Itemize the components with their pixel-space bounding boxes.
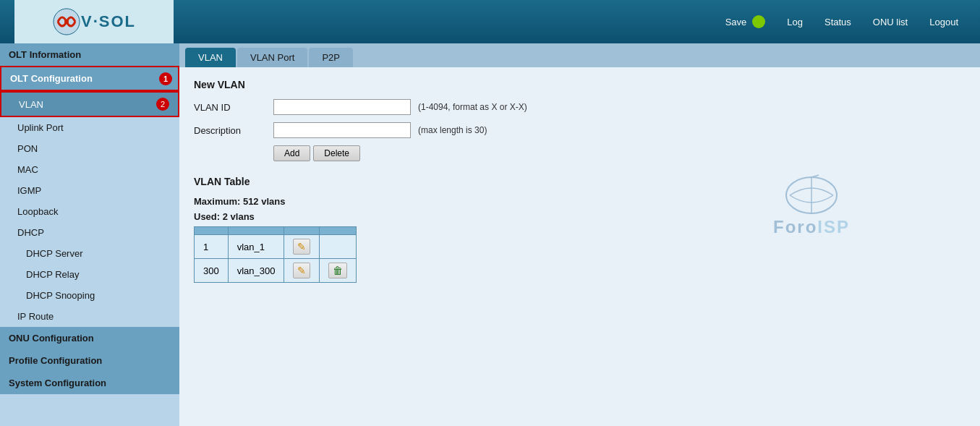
col-delete <box>320 227 357 235</box>
sidebar-item-pon[interactable]: PON <box>0 138 179 159</box>
tab-p2p[interactable]: P2P <box>309 48 353 67</box>
sidebar-item-uplink-port[interactable]: Uplink Port <box>0 117 179 138</box>
delete-icon[interactable]: 🗑 <box>328 263 347 278</box>
edit-icon[interactable]: ✎ <box>293 239 310 255</box>
log-button[interactable]: Log <box>787 17 803 27</box>
sidebar-item-system-config[interactable]: System Configuration <box>0 372 179 394</box>
sidebar-item-dhcp-server[interactable]: DHCP Server <box>0 243 179 264</box>
description-input[interactable] <box>273 122 411 138</box>
save-area: Save <box>725 15 766 28</box>
sidebar-item-igmp[interactable]: IGMP <box>0 180 179 201</box>
description-label: Description <box>194 125 266 136</box>
table-row: 1vlan_1✎ <box>195 235 357 259</box>
col-edit <box>284 227 320 235</box>
description-cell: vlan_300 <box>228 259 284 283</box>
vlan-id-label: VLAN ID <box>194 102 266 113</box>
status-button[interactable]: Status <box>825 17 851 27</box>
onu-list-button[interactable]: ONU list <box>873 17 908 27</box>
delete-cell: 🗑 <box>320 259 357 283</box>
sidebar-item-vlan[interactable]: VLAN 2 <box>0 91 179 117</box>
sidebar-item-loopback[interactable]: Loopback <box>0 201 179 222</box>
table-row: 300vlan_300✎🗑 <box>195 259 357 283</box>
save-button[interactable]: Save <box>725 17 747 27</box>
logo-text: V·SOL <box>81 12 136 31</box>
sidebar-item-ip-route[interactable]: IP Route <box>0 306 179 327</box>
tab-vlan-port[interactable]: VLAN Port <box>237 48 307 67</box>
sidebar-item-dhcp-snooping[interactable]: DHCP Snooping <box>0 285 179 306</box>
sidebar-item-mac[interactable]: MAC <box>0 159 179 180</box>
vlan-id-cell: 300 <box>195 259 229 283</box>
vlan-table: 1vlan_1✎300vlan_300✎🗑 <box>194 226 357 283</box>
logo-area: V·SOL <box>14 0 174 43</box>
sidebar-item-onu-config[interactable]: ONU Configuration <box>0 327 179 349</box>
watermark: ForoISP <box>773 174 850 237</box>
edit-icon[interactable]: ✎ <box>293 263 310 278</box>
new-vlan-title: New VLAN <box>194 79 966 90</box>
logout-button[interactable]: Logout <box>929 17 958 27</box>
sidebar-item-profile-config[interactable]: Profile Configuration <box>0 349 179 372</box>
tabs: VLAN VLAN Port P2P <box>179 43 980 67</box>
edit-cell: ✎ <box>284 259 320 283</box>
vlan-id-hint: (1-4094, format as X or X-X) <box>418 102 527 112</box>
vlan-badge: 2 <box>156 98 169 111</box>
edit-cell: ✎ <box>284 235 320 259</box>
tab-vlan[interactable]: VLAN <box>185 48 236 67</box>
status-indicator <box>752 15 765 28</box>
sidebar-item-olt-config[interactable]: OLT Configuration 1 <box>0 66 179 91</box>
vlan-id-cell: 1 <box>195 235 229 259</box>
sidebar-item-olt-info[interactable]: OLT Information <box>0 43 179 66</box>
delete-button[interactable]: Delete <box>313 145 360 161</box>
olt-config-badge: 1 <box>159 72 172 85</box>
sidebar-item-dhcp-relay[interactable]: DHCP Relay <box>0 264 179 285</box>
delete-cell <box>320 235 357 259</box>
description-hint: (max length is 30) <box>418 125 487 135</box>
description-cell: vlan_1 <box>228 235 284 259</box>
col-vlan-id <box>195 227 229 235</box>
add-button[interactable]: Add <box>273 145 310 161</box>
svg-point-1 <box>64 20 69 24</box>
col-description <box>228 227 284 235</box>
vlan-id-input[interactable] <box>273 99 411 115</box>
sidebar-item-dhcp[interactable]: DHCP <box>0 222 179 243</box>
